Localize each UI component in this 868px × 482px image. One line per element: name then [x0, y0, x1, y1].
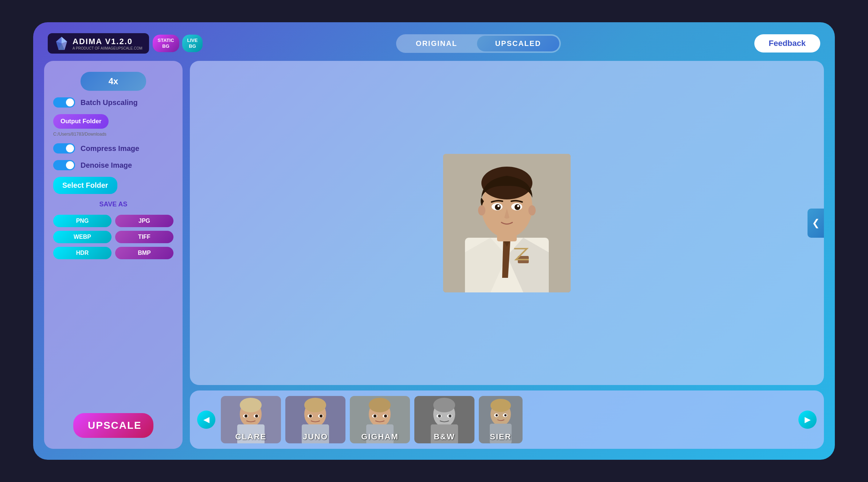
svg-point-34: [304, 398, 326, 412]
save-as-label: SAVE AS: [53, 201, 173, 208]
svg-point-46: [374, 415, 376, 417]
format-tiff-button[interactable]: TIFF: [115, 231, 173, 243]
denoise-image-toggle[interactable]: [53, 160, 75, 170]
collapse-panel-button[interactable]: ❮: [808, 209, 824, 238]
svg-point-19: [515, 204, 520, 210]
denoise-image-row: Denoise Image: [53, 160, 173, 170]
thumbnail-bw[interactable]: B&W: [414, 396, 474, 443]
static-bg-button[interactable]: STATIC BG: [153, 35, 179, 52]
upscale-button[interactable]: UPSCALE: [73, 413, 153, 438]
svg-point-42: [369, 398, 391, 412]
svg-point-55: [449, 415, 451, 417]
svg-point-26: [240, 398, 262, 412]
compress-image-label: Compress Image: [81, 144, 139, 153]
format-png-button[interactable]: PNG: [53, 215, 112, 227]
denoise-image-label: Denoise Image: [81, 161, 132, 170]
view-toggle-group: ORIGINAL UPSCALED: [396, 34, 561, 53]
svg-point-50: [433, 398, 455, 412]
format-hdr-button[interactable]: HDR: [53, 247, 112, 259]
output-folder-button[interactable]: Output Folder: [53, 114, 109, 129]
original-toggle-button[interactable]: ORIGINAL: [398, 36, 476, 51]
svg-point-63: [504, 414, 507, 416]
svg-point-23: [528, 205, 536, 215]
folder-path: C:/Users/81783/Downloads: [53, 132, 173, 137]
thumbnails-row: ◀: [190, 390, 824, 449]
app-container: ADIMA V1.2.0 A PRODUCT OF AIIMAGEUPSCALE…: [33, 22, 835, 460]
thumbnail-next-button[interactable]: ▶: [798, 411, 817, 429]
thumbnail-prev-button[interactable]: ◀: [197, 411, 215, 429]
svg-point-30: [245, 415, 247, 417]
thumbnail-sier-label: SIER: [479, 432, 523, 442]
svg-point-54: [438, 415, 441, 417]
svg-point-58: [490, 399, 511, 412]
thumbnail-sier[interactable]: SIER: [479, 396, 523, 443]
svg-point-31: [255, 415, 258, 417]
logo-area: ADIMA V1.2.0 A PRODUCT OF AIIMAGEUPSCALE…: [48, 33, 203, 54]
svg-point-39: [320, 415, 322, 417]
upscaled-toggle-button[interactable]: UPSCALED: [477, 36, 559, 51]
thumbnail-clare-label: CLARE: [221, 432, 281, 442]
svg-point-22: [478, 205, 485, 215]
svg-point-62: [496, 414, 498, 416]
thumbnail-gigham[interactable]: GIGHAM: [350, 396, 410, 443]
left-panel: 4x Batch Upscaling Output Folder C:/User…: [44, 61, 183, 449]
header-center: ORIGINAL UPSCALED: [203, 34, 754, 53]
thumbnails-container: CLARE: [221, 396, 793, 443]
right-panel: ❮ ◀: [190, 61, 824, 449]
batch-upscaling-row: Batch Upscaling: [53, 97, 173, 108]
compress-image-toggle[interactable]: [53, 143, 75, 153]
svg-point-47: [384, 415, 387, 417]
format-grid: PNG JPG WEBP TIFF HDR BMP: [53, 215, 173, 259]
live-bg-button[interactable]: LIVE BG: [182, 35, 203, 52]
logo-text: ADIMA V1.2.0 A PRODUCT OF AIIMAGEUPSCALE…: [73, 37, 142, 50]
image-display: ❮: [190, 61, 824, 385]
header: ADIMA V1.2.0 A PRODUCT OF AIIMAGEUPSCALE…: [44, 33, 824, 54]
thumbnail-juno[interactable]: JUNO: [285, 396, 345, 443]
thumbnail-gigham-label: GIGHAM: [350, 432, 410, 442]
thumbnail-juno-label: JUNO: [285, 432, 345, 442]
logo-box: ADIMA V1.2.0 A PRODUCT OF AIIMAGEUPSCALE…: [48, 33, 149, 54]
svg-point-38: [309, 415, 312, 417]
feedback-button[interactable]: Feedback: [754, 34, 821, 53]
portrait-svg: [443, 154, 571, 292]
svg-point-21: [517, 205, 519, 207]
compress-image-row: Compress Image: [53, 143, 173, 153]
svg-point-18: [495, 204, 501, 210]
select-folder-button[interactable]: Select Folder: [53, 177, 117, 194]
format-webp-button[interactable]: WEBP: [53, 231, 112, 243]
main-image: [443, 154, 571, 292]
format-jpg-button[interactable]: JPG: [115, 215, 173, 227]
bg-buttons: STATIC BG LIVE BG: [153, 35, 203, 52]
batch-upscaling-label: Batch Upscaling: [81, 98, 138, 107]
app-title: ADIMA V1.2.0: [73, 37, 142, 46]
format-bmp-button[interactable]: BMP: [115, 247, 173, 259]
thumbnail-bw-label: B&W: [414, 432, 474, 442]
main-content: 4x Batch Upscaling Output Folder C:/User…: [44, 61, 824, 449]
svg-point-20: [497, 205, 500, 207]
thumbnail-clare[interactable]: CLARE: [221, 396, 281, 443]
scale-button[interactable]: 4x: [81, 72, 146, 91]
crystal-icon: [54, 36, 69, 51]
app-subtitle: A PRODUCT OF AIIMAGEUPSCALE.COM: [73, 46, 142, 50]
batch-upscaling-toggle[interactable]: [53, 97, 75, 108]
